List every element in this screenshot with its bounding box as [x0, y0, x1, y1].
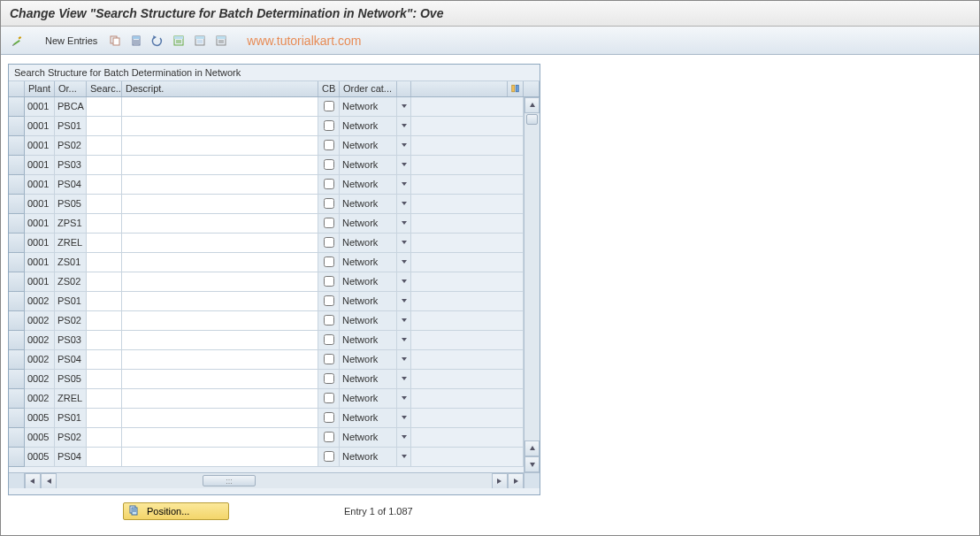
cell-order-category[interactable]: Network: [340, 350, 397, 370]
cell-plant[interactable]: 0001: [25, 156, 55, 175]
cell-plant[interactable]: 0002: [25, 311, 55, 331]
dropdown-toggle[interactable]: [397, 234, 411, 253]
cell-order-category[interactable]: Network: [340, 97, 397, 117]
dropdown-toggle[interactable]: [397, 195, 411, 214]
row-selector[interactable]: [9, 428, 25, 448]
cell-plant[interactable]: 0001: [25, 272, 55, 292]
row-selector[interactable]: [9, 370, 25, 389]
cell-order-type[interactable]: PS01: [55, 292, 87, 311]
cell-order-category[interactable]: Network: [340, 311, 397, 331]
cell-search[interactable]: [87, 311, 122, 331]
cb-checkbox[interactable]: [324, 159, 334, 170]
column-header-or[interactable]: Or...: [55, 81, 87, 96]
cell-order-category[interactable]: Network: [340, 117, 397, 136]
scroll-track-vertical[interactable]: [524, 113, 540, 440]
cell-order-category[interactable]: Network: [340, 195, 397, 214]
cell-description[interactable]: [122, 136, 318, 156]
cell-description[interactable]: [122, 234, 318, 253]
vertical-scrollbar[interactable]: [524, 97, 540, 472]
cell-plant[interactable]: 0005: [25, 448, 55, 467]
row-selector[interactable]: [9, 214, 25, 234]
cell-order-type[interactable]: PS03: [55, 331, 87, 350]
dropdown-toggle[interactable]: [397, 428, 411, 448]
row-selector[interactable]: [9, 389, 25, 409]
cell-search[interactable]: [87, 195, 122, 214]
cb-checkbox[interactable]: [324, 432, 334, 442]
cell-order-category[interactable]: Network: [340, 292, 397, 311]
row-selector[interactable]: [9, 97, 25, 117]
cell-order-type[interactable]: PS02: [55, 136, 87, 156]
column-header-searc[interactable]: Searc...: [87, 81, 122, 96]
dropdown-toggle[interactable]: [397, 292, 411, 311]
cell-order-category[interactable]: Network: [340, 370, 397, 389]
dropdown-toggle[interactable]: [397, 253, 411, 272]
cb-checkbox[interactable]: [324, 257, 334, 267]
cell-order-category[interactable]: Network: [340, 428, 397, 448]
cell-order-type[interactable]: PS04: [55, 448, 87, 467]
row-selector[interactable]: [9, 409, 25, 428]
cell-plant[interactable]: 0001: [25, 214, 55, 234]
row-selector[interactable]: [9, 136, 25, 156]
horizontal-scrollbar[interactable]: :::: [25, 472, 524, 488]
cell-search[interactable]: [87, 136, 122, 156]
cell-search[interactable]: [87, 448, 122, 467]
cell-order-category[interactable]: Network: [340, 272, 397, 292]
scroll-page-up-button[interactable]: [524, 440, 540, 456]
cell-description[interactable]: [122, 253, 318, 272]
row-selector[interactable]: [9, 448, 25, 467]
cell-plant[interactable]: 0001: [25, 175, 55, 195]
cell-search[interactable]: [87, 97, 122, 117]
new-entries-button[interactable]: New Entries: [40, 34, 103, 47]
cell-plant[interactable]: 0002: [25, 350, 55, 370]
cell-order-type[interactable]: PS02: [55, 428, 87, 448]
cb-checkbox[interactable]: [324, 237, 334, 248]
delete-icon[interactable]: [127, 33, 145, 49]
position-button[interactable]: Position...: [123, 502, 229, 520]
cell-plant[interactable]: 0005: [25, 428, 55, 448]
cb-checkbox[interactable]: [324, 412, 334, 423]
cell-order-type[interactable]: ZREL: [55, 234, 87, 253]
dropdown-toggle[interactable]: [397, 156, 411, 175]
cell-order-type[interactable]: ZPS1: [55, 214, 87, 234]
cell-plant[interactable]: 0001: [25, 117, 55, 136]
cb-checkbox[interactable]: [324, 120, 334, 131]
cell-order-type[interactable]: PS02: [55, 311, 87, 331]
cell-search[interactable]: [87, 117, 122, 136]
row-selector[interactable]: [9, 156, 25, 175]
cb-checkbox[interactable]: [324, 354, 334, 364]
cell-plant[interactable]: 0005: [25, 409, 55, 428]
cell-order-type[interactable]: PS03: [55, 156, 87, 175]
cell-plant[interactable]: 0001: [25, 136, 55, 156]
select-all-icon[interactable]: [170, 33, 188, 49]
dropdown-toggle[interactable]: [397, 311, 411, 331]
dropdown-toggle[interactable]: [397, 214, 411, 234]
cell-description[interactable]: [122, 331, 318, 350]
scroll-up-button[interactable]: [524, 97, 540, 113]
row-selector[interactable]: [9, 253, 25, 272]
cell-plant[interactable]: 0001: [25, 253, 55, 272]
cell-description[interactable]: [122, 97, 318, 117]
dropdown-toggle[interactable]: [397, 389, 411, 409]
column-header-plant[interactable]: Plant: [25, 81, 55, 96]
cell-description[interactable]: [122, 428, 318, 448]
cb-checkbox[interactable]: [324, 451, 334, 462]
row-selector[interactable]: [9, 272, 25, 292]
row-selector[interactable]: [9, 175, 25, 195]
scroll-thumb-vertical[interactable]: [526, 114, 538, 125]
cb-checkbox[interactable]: [324, 140, 334, 150]
cell-description[interactable]: [122, 370, 318, 389]
cell-order-category[interactable]: Network: [340, 253, 397, 272]
row-selector[interactable]: [9, 234, 25, 253]
copy-as-icon[interactable]: [106, 33, 124, 49]
cell-description[interactable]: [122, 117, 318, 136]
column-header-selector[interactable]: [9, 81, 25, 96]
scroll-left-button[interactable]: [25, 473, 41, 489]
cell-order-type[interactable]: ZS02: [55, 272, 87, 292]
cb-checkbox[interactable]: [324, 198, 334, 209]
dropdown-toggle[interactable]: [397, 117, 411, 136]
cell-description[interactable]: [122, 292, 318, 311]
cell-order-type[interactable]: PS04: [55, 175, 87, 195]
dropdown-toggle[interactable]: [397, 272, 411, 292]
cell-description[interactable]: [122, 448, 318, 467]
cb-checkbox[interactable]: [324, 393, 334, 403]
